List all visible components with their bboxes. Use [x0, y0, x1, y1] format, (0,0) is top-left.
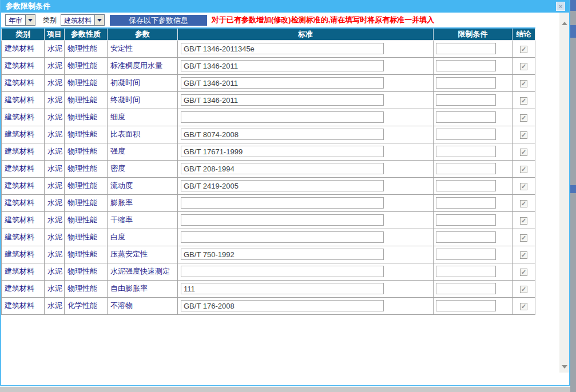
limit-input[interactable]: [436, 197, 496, 209]
standard-input[interactable]: [181, 43, 384, 54]
conclusion-checkbox[interactable]: [520, 97, 527, 105]
limit-input[interactable]: [436, 266, 496, 277]
scroll-down-icon[interactable]: [559, 362, 569, 371]
table-row: 建筑材料 水泥 物理性能 细度: [2, 109, 535, 126]
conclusion-checkbox[interactable]: [520, 166, 527, 173]
standard-cell: [178, 280, 434, 297]
limit-input[interactable]: [436, 283, 496, 294]
category-select[interactable]: 建筑材料: [61, 14, 105, 26]
standard-input[interactable]: [181, 300, 384, 311]
category-select-value: 建筑材料: [61, 15, 94, 25]
standard-input[interactable]: [181, 231, 384, 243]
limit-cell: [434, 40, 513, 57]
conclusion-checkbox[interactable]: [520, 286, 527, 293]
standard-input[interactable]: [181, 111, 384, 123]
limit-input[interactable]: [436, 146, 496, 157]
conclusion-checkbox[interactable]: [520, 80, 527, 87]
standard-input[interactable]: [181, 94, 384, 106]
parameter-cell: 白度: [108, 229, 178, 246]
conclusion-cell: [513, 263, 535, 280]
conclusion-checkbox[interactable]: [520, 303, 527, 310]
standard-input[interactable]: [181, 180, 384, 191]
category-label: 类别: [43, 15, 57, 25]
limit-input[interactable]: [436, 94, 496, 106]
standard-input[interactable]: [181, 249, 384, 260]
limit-input[interactable]: [436, 163, 496, 174]
standard-input[interactable]: [181, 146, 384, 157]
conclusion-checkbox[interactable]: [520, 114, 527, 122]
property-cell: 物理性能: [65, 91, 108, 109]
standard-input[interactable]: [181, 214, 384, 226]
limit-input[interactable]: [436, 231, 496, 243]
item-cell: 水泥: [45, 126, 65, 143]
conclusion-checkbox[interactable]: [520, 183, 527, 190]
toolbar: 年审 类别 建筑材料 保存以下参数信息 对于已有参数增加(修改)检测标准的,请在…: [1, 13, 569, 27]
column-header-parameter: 参数: [108, 28, 178, 40]
property-cell: 物理性能: [65, 57, 108, 74]
conclusion-checkbox[interactable]: [520, 217, 527, 225]
table-row: 建筑材料 水泥 物理性能 比表面积: [2, 126, 535, 143]
limit-input[interactable]: [436, 43, 496, 54]
vertical-scrollbar[interactable]: [559, 13, 569, 373]
category-cell: 建筑材料: [2, 229, 45, 246]
scroll-up-icon[interactable]: [559, 18, 569, 28]
limit-cell: [434, 177, 513, 194]
table-row: 建筑材料 水泥 物理性能 强度: [2, 143, 535, 160]
table-row: 建筑材料 水泥 物理性能 终凝时间: [2, 91, 535, 109]
background-page-scrollbar[interactable]: [570, 0, 576, 392]
table-row: 建筑材料 水泥 化学性能 不溶物: [2, 297, 535, 314]
parameter-limit-dialog: 参数限制条件 × 年审 类别 建筑材料 保存以下参数信息 对于已有参数增加(修改…: [0, 0, 570, 386]
conclusion-checkbox[interactable]: [520, 269, 527, 276]
limit-input[interactable]: [436, 180, 496, 191]
close-icon[interactable]: ×: [556, 2, 565, 11]
limit-input[interactable]: [436, 111, 496, 123]
background-page-bottom: [0, 387, 570, 392]
standard-input[interactable]: [181, 60, 384, 71]
category-cell: 建筑材料: [2, 297, 45, 314]
standard-input[interactable]: [181, 129, 384, 140]
dialog-titlebar: 参数限制条件 ×: [1, 0, 569, 13]
conclusion-checkbox[interactable]: [520, 234, 527, 242]
column-header-limit: 限制条件: [434, 28, 513, 40]
category-cell: 建筑材料: [2, 280, 45, 297]
conclusion-checkbox[interactable]: [520, 200, 527, 207]
notice-text: 对于已有参数增加(修改)检测标准的,请在填写时将原有标准一并填入: [212, 15, 434, 25]
standard-cell: [178, 160, 434, 177]
conclusion-checkbox[interactable]: [520, 251, 527, 259]
table-row: 建筑材料 水泥 物理性能 自由膨胀率: [2, 280, 535, 297]
standard-input[interactable]: [181, 163, 384, 174]
standard-input[interactable]: [181, 197, 384, 209]
conclusion-checkbox[interactable]: [520, 63, 527, 70]
period-select[interactable]: 年审: [5, 14, 35, 26]
save-parameters-button[interactable]: 保存以下参数信息: [110, 15, 207, 26]
limit-cell: [434, 160, 513, 177]
conclusion-cell: [513, 74, 535, 91]
standard-input[interactable]: [181, 77, 384, 89]
table-row: 建筑材料 水泥 物理性能 密度: [2, 160, 535, 177]
standard-input[interactable]: [181, 266, 384, 277]
limit-cell: [434, 229, 513, 246]
property-cell: 物理性能: [65, 160, 108, 177]
limit-input[interactable]: [436, 60, 496, 71]
conclusion-checkbox[interactable]: [520, 46, 527, 53]
limit-cell: [434, 74, 513, 91]
parameter-cell: 比表面积: [108, 126, 178, 143]
limit-cell: [434, 91, 513, 109]
property-cell: 物理性能: [65, 74, 108, 91]
item-cell: 水泥: [45, 160, 65, 177]
conclusion-checkbox[interactable]: [520, 149, 527, 156]
limit-input[interactable]: [436, 77, 496, 89]
conclusion-cell: [513, 160, 535, 177]
parameter-cell: 膨胀率: [108, 194, 178, 211]
conclusion-cell: [513, 194, 535, 211]
limit-input[interactable]: [436, 129, 496, 140]
standard-cell: [178, 229, 434, 246]
property-cell: 物理性能: [65, 109, 108, 126]
conclusion-checkbox[interactable]: [520, 131, 527, 139]
limit-input[interactable]: [436, 300, 496, 311]
limit-input[interactable]: [436, 214, 496, 226]
standard-input[interactable]: [181, 283, 384, 294]
limit-input[interactable]: [436, 249, 496, 260]
category-cell: 建筑材料: [2, 126, 45, 143]
table-row: 建筑材料 水泥 物理性能 干缩率: [2, 211, 535, 229]
